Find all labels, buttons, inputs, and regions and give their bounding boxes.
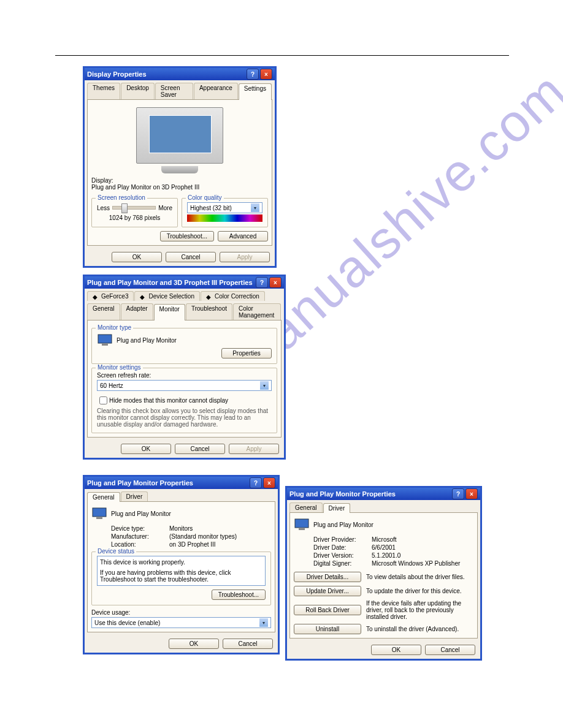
location-value: on 3D Prophet III	[169, 541, 216, 548]
monitor-preview-icon	[136, 107, 223, 164]
monitor-properties-general-window: Plug and Play Monitor Properties ? × Gen…	[83, 475, 280, 654]
tab-general[interactable]: General	[87, 303, 120, 320]
driver-date-value: 6/6/2001	[372, 544, 396, 551]
tab-themes[interactable]: Themes	[87, 83, 120, 99]
titlebar[interactable]: Plug and Play Monitor and 3D Prophet III…	[85, 276, 284, 289]
cancel-button[interactable]: Cancel	[166, 252, 216, 262]
monitor-properties-driver-window: Plug and Play Monitor Properties ? × Gen…	[285, 486, 482, 661]
monitor-name: Plug and Play Monitor	[117, 337, 177, 344]
device-type-value: Monitors	[169, 525, 193, 532]
close-icon[interactable]: ×	[260, 69, 272, 80]
device-usage-label: Device usage:	[91, 609, 271, 616]
tab-general[interactable]: General	[289, 502, 323, 512]
device-usage-select[interactable]: Use this device (enable) ▾	[91, 617, 271, 628]
manufacturer-label: Manufacturer:	[111, 533, 169, 540]
cancel-button[interactable]: Cancel	[425, 645, 475, 655]
slider-less: Less	[97, 205, 110, 211]
slider-thumb[interactable]	[121, 203, 128, 213]
close-icon[interactable]: ×	[465, 488, 478, 499]
driver-date-label: Driver Date:	[313, 544, 372, 551]
digital-signer-value: Microsoft Windows XP Publisher	[372, 560, 460, 567]
apply-button[interactable]: Apply	[229, 444, 279, 454]
roll-back-driver-button[interactable]: Roll Back Driver	[294, 605, 361, 615]
driver-provider-label: Driver Provider:	[313, 536, 372, 543]
slider-track[interactable]	[112, 206, 156, 210]
resolution-slider[interactable]: Less More	[97, 202, 172, 213]
device-name: Plug and Play Monitor	[313, 521, 373, 528]
tab-driver[interactable]: Driver	[121, 491, 148, 501]
tab-row: Themes Desktop Screen Saver Appearance S…	[85, 80, 275, 99]
driver-version-label: Driver Version:	[313, 552, 372, 559]
device-usage-value: Use this device (enable)	[94, 620, 160, 626]
dialog-body: Monitor type Plug and Play Monitor Prope…	[87, 320, 282, 438]
monitor-icon	[91, 507, 107, 520]
refresh-rate-select[interactable]: 60 Hertz ▾	[97, 380, 272, 391]
device-name: Plug and Play Monitor	[111, 510, 171, 517]
tab-appearance[interactable]: Appearance	[194, 83, 238, 99]
properties-button[interactable]: Properties	[221, 348, 272, 358]
tab-troubleshoot[interactable]: Troubleshoot	[186, 303, 232, 320]
help-icon[interactable]: ?	[247, 69, 259, 80]
tab-settings[interactable]: Settings	[239, 83, 272, 100]
nvidia-icon: ◆	[140, 294, 147, 300]
group-title: Color quality	[186, 194, 224, 201]
ok-button[interactable]: OK	[112, 252, 162, 262]
color-quality-select[interactable]: Highest (32 bit) ▾	[187, 202, 262, 213]
tab-geforce3[interactable]: ◆GeForce3	[87, 291, 134, 301]
tab-desktop[interactable]: Desktop	[121, 83, 155, 99]
ok-button[interactable]: OK	[121, 444, 171, 454]
cancel-button[interactable]: Cancel	[223, 639, 273, 649]
driver-details-button[interactable]: Driver Details...	[294, 572, 361, 582]
help-icon[interactable]: ?	[250, 477, 262, 488]
tab-color-correction[interactable]: ◆Color Correction	[201, 291, 265, 301]
tab-driver[interactable]: Driver	[323, 503, 351, 513]
cancel-button[interactable]: Cancel	[175, 444, 225, 454]
close-icon[interactable]: ×	[263, 477, 275, 488]
titlebar[interactable]: Display Properties ? ×	[85, 68, 275, 80]
tab-device-selection[interactable]: ◆Device Selection	[134, 291, 199, 301]
nvidia-icon: ◆	[93, 294, 100, 300]
troubleshoot-button[interactable]: Troubleshoot...	[212, 590, 266, 600]
update-driver-button[interactable]: Update Driver...	[294, 586, 361, 596]
window-title: Plug and Play Monitor and 3D Prophet III…	[87, 279, 253, 286]
group-title: Monitor settings	[96, 364, 143, 371]
tab-color-management[interactable]: Color Management	[233, 303, 281, 320]
tab-monitor[interactable]: Monitor	[154, 304, 185, 320]
refresh-rate-label: Screen refresh rate:	[97, 372, 272, 379]
color-quality-group: Color quality Highest (32 bit) ▾	[182, 198, 268, 227]
svg-rect-3	[96, 517, 102, 519]
tab-screen-saver[interactable]: Screen Saver	[155, 83, 193, 99]
hide-modes-label: Hide modes that this monitor cannot disp…	[109, 397, 228, 404]
chevron-down-icon[interactable]: ▾	[251, 203, 259, 212]
device-status-textbox[interactable]: This device is working properly. If you …	[97, 556, 266, 586]
color-preview-bar	[187, 214, 262, 222]
chevron-down-icon[interactable]: ▾	[259, 618, 268, 627]
driver-details-desc: To view details about the driver files.	[366, 574, 473, 580]
tab-row-top: ◆GeForce3 ◆Device Selection ◆Color Corre…	[85, 289, 284, 301]
svg-rect-0	[98, 335, 112, 343]
help-icon[interactable]: ?	[452, 488, 464, 499]
dialog-body: Plug and Play Monitor Driver Provider:Mi…	[289, 512, 478, 639]
tab-general[interactable]: General	[87, 492, 120, 502]
hide-modes-checkbox[interactable]	[99, 396, 107, 404]
display-value: Plug and Play Monitor on 3D Prophet III	[91, 184, 268, 191]
tab-row-main: General Adapter Monitor Troubleshoot Col…	[85, 301, 284, 320]
apply-button[interactable]: Apply	[220, 252, 270, 262]
uninstall-button[interactable]: Uninstall	[294, 624, 361, 634]
monitor-icon	[294, 518, 310, 531]
display-label: Display:	[91, 177, 268, 184]
help-icon[interactable]: ?	[256, 277, 268, 288]
close-icon[interactable]: ×	[269, 277, 282, 288]
display-properties-window: Display Properties ? × Themes Desktop Sc…	[83, 66, 277, 268]
monitor-prophet-properties-window: Plug and Play Monitor and 3D Prophet III…	[83, 275, 286, 460]
screen-resolution-group: Screen resolution Less More 1024 by 768 …	[91, 198, 178, 227]
status-help-text: If you are having problems with this dev…	[100, 569, 262, 583]
ok-button[interactable]: OK	[371, 645, 421, 655]
tab-adapter[interactable]: Adapter	[121, 303, 153, 320]
ok-button[interactable]: OK	[169, 639, 219, 649]
advanced-button[interactable]: Advanced	[218, 231, 268, 241]
titlebar[interactable]: Plug and Play Monitor Properties ? ×	[287, 488, 480, 500]
titlebar[interactable]: Plug and Play Monitor Properties ? ×	[85, 477, 278, 489]
troubleshoot-button[interactable]: Troubleshoot...	[160, 231, 214, 241]
chevron-down-icon[interactable]: ▾	[260, 381, 269, 390]
